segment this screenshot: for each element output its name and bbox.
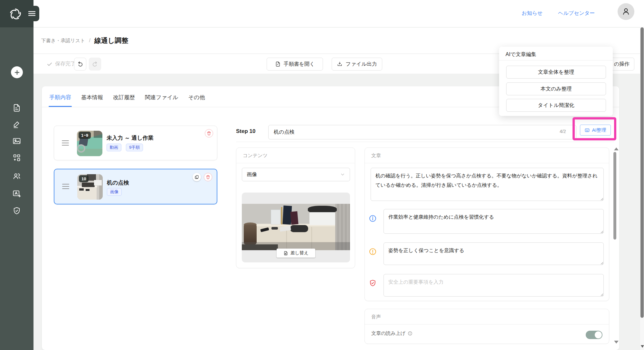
- content-type-value: 画像: [247, 171, 257, 178]
- breadcrumb: 下書き・承認リスト / 線通し調整: [41, 28, 128, 53]
- step-title-input[interactable]: [268, 125, 576, 139]
- photo-shape: [271, 210, 280, 224]
- step-body-textarea[interactable]: 机の確認を行う。正しい姿勢を保つ高さか点検する。不要な物がないか確認する。資料が…: [371, 168, 604, 201]
- help-center-link[interactable]: ヘルプセンター: [558, 10, 595, 17]
- step-thumbnail: 1~9: [77, 131, 102, 156]
- photo-shape: [86, 189, 90, 191]
- ai-edit-popup: AIで文章編集 文章全体を整理 本文のみ整理 タイトル簡潔化: [499, 47, 613, 116]
- photo-shape: [290, 211, 298, 225]
- sidebar-item-media[interactable]: [12, 137, 21, 146]
- panel-divider: [236, 163, 355, 163]
- download-icon: [337, 61, 343, 67]
- content-type-select[interactable]: 画像: [242, 168, 350, 181]
- replace-image-button[interactable]: 差し替え: [277, 249, 315, 258]
- open-manual-button[interactable]: 手順書を開く: [267, 58, 323, 71]
- scroll-down-arrow[interactable]: [614, 341, 619, 344]
- page-scroll-down-arrow[interactable]: [641, 345, 644, 348]
- photo-shape: [281, 207, 282, 224]
- robot-face-icon: [584, 128, 590, 133]
- sidebar-item-documents[interactable]: [12, 103, 21, 112]
- sidebar-header: [0, 0, 33, 27]
- scroll-up-arrow[interactable]: [614, 147, 619, 150]
- text-panel-title: 文章: [371, 153, 381, 159]
- ai-cleanup-button[interactable]: AI整理: [580, 125, 611, 136]
- step-image-container: 差し替え: [242, 193, 350, 262]
- delete-step-button[interactable]: [204, 173, 212, 181]
- photo-shape: [77, 144, 85, 153]
- user-avatar[interactable]: [618, 3, 634, 20]
- media-type-chip: 動画: [107, 144, 121, 151]
- menu-toggle-button[interactable]: [24, 6, 39, 21]
- redo-icon: [92, 61, 98, 67]
- ai-option-organize-body[interactable]: 本文のみ整理: [506, 82, 606, 95]
- photo-shape: [79, 188, 84, 191]
- hamburger-icon: [28, 11, 36, 16]
- duplicate-step-button[interactable]: [193, 173, 201, 181]
- file-export-button[interactable]: ファイル出力: [332, 58, 382, 71]
- photo-shape: [290, 225, 308, 232]
- step-list-item-1-9[interactable]: 1~9 未入力 ～ 通し作業 動画 9手順: [54, 126, 217, 160]
- ai-cleanup-label: AI整理: [592, 127, 606, 133]
- step-count-chip: 9手順: [126, 144, 143, 151]
- info-icon: [369, 214, 377, 222]
- character-counter: 4/2: [560, 129, 573, 134]
- breadcrumb-parent-link[interactable]: 下書き・承認リスト: [41, 38, 85, 44]
- audio-panel-title: 音声: [371, 314, 381, 320]
- sidebar-item-users[interactable]: [12, 172, 21, 181]
- tts-row: 文章の読み上げ: [371, 330, 412, 336]
- save-status: 保存完了: [47, 54, 76, 74]
- sidebar-item-approval[interactable]: [12, 206, 21, 215]
- ai-popup-title: AIで文章編集: [506, 51, 536, 58]
- safety-shield-icon: [369, 279, 377, 287]
- chevron-down-icon: [340, 172, 345, 177]
- create-new-button[interactable]: [11, 66, 23, 78]
- image-file-icon: [283, 251, 288, 256]
- sidebar-item-edit[interactable]: [12, 120, 21, 129]
- page-title: 線通し調整: [94, 36, 128, 45]
- content-panel: コンテンツ 画像: [236, 147, 355, 268]
- editor-card: 手順内容 基本情報 改訂履歴 関連ファイル その他 1~9: [42, 86, 619, 350]
- ai-option-simplify-title[interactable]: タイトル簡潔化: [506, 99, 606, 112]
- plus-icon: [14, 70, 20, 75]
- step-header-divider: [236, 142, 614, 142]
- tab-basic-info[interactable]: 基本情報: [80, 92, 104, 107]
- step-number-badge: 1~9: [79, 132, 91, 139]
- manual-editor-app: お知らせ ヘルプセンター: [0, 0, 644, 350]
- undo-button[interactable]: [74, 58, 86, 71]
- photo-shape: [271, 227, 278, 230]
- info-circle-icon: [408, 331, 412, 336]
- tab-revision-history[interactable]: 改訂履歴: [112, 92, 136, 107]
- text-panel: 文章 机の確認を行う。正しい姿勢を保つ高さか点検する。不要な物がないか確認する。…: [365, 147, 609, 301]
- sidebar-item-templates[interactable]: [12, 153, 21, 162]
- delete-step-button[interactable]: [205, 129, 213, 137]
- tts-toggle[interactable]: [586, 331, 602, 339]
- drag-handle-icon[interactable]: [61, 139, 70, 147]
- app-logo-icon[interactable]: [8, 7, 23, 21]
- check-icon: [47, 61, 52, 67]
- panel-divider: [365, 163, 609, 163]
- detail-scrollbar-thumb[interactable]: [613, 152, 616, 240]
- page-scrollbar-thumb[interactable]: [640, 27, 644, 318]
- ai-option-organize-all[interactable]: 文章全体を整理: [506, 66, 606, 79]
- tab-others[interactable]: その他: [188, 92, 206, 107]
- step-list-item-10-selected[interactable]: 10 机の点検 画像: [54, 169, 217, 204]
- step-item-title: 机の点検: [107, 179, 129, 186]
- save-status-label: 保存完了: [55, 61, 76, 67]
- step-number-badge: 10: [79, 175, 89, 182]
- notifications-link[interactable]: お知らせ: [522, 10, 543, 17]
- trash-icon: [206, 175, 210, 179]
- copy-icon: [194, 175, 199, 179]
- top-bar: お知らせ ヘルプセンター: [0, 0, 644, 27]
- step-item-badges: 動画 9手順: [107, 144, 143, 151]
- tab-step-content[interactable]: 手順内容: [49, 92, 72, 107]
- sidebar-item-translate[interactable]: [12, 189, 21, 198]
- caution-textarea[interactable]: 姿勢を正しく保つことを意識する: [384, 242, 604, 265]
- hint-textarea[interactable]: 作業効率と健康維持のために点検を習慣化する: [384, 209, 604, 234]
- step-item-title: 未入力 ～ 通し作業: [107, 134, 154, 142]
- drag-handle-icon[interactable]: [62, 183, 70, 190]
- warning-icon: [369, 248, 377, 256]
- safety-textarea[interactable]: [384, 274, 604, 297]
- redo-button[interactable]: [89, 58, 101, 71]
- tab-related-files[interactable]: 関連ファイル: [144, 92, 179, 107]
- photo-shape: [94, 180, 102, 185]
